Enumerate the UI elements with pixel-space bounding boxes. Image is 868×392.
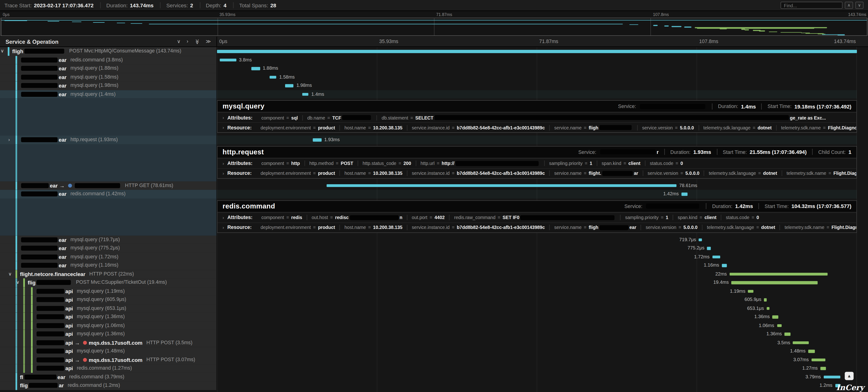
span-row[interactable]: earmysql.query (1.72ms)1.72ms bbox=[0, 253, 868, 261]
span-row-timeline[interactable]: 775.2μs bbox=[217, 244, 868, 253]
chevron-right-icon[interactable]: › bbox=[222, 171, 224, 175]
find-next-button[interactable]: ∨ bbox=[855, 2, 864, 9]
span-row-timeline[interactable]: 1.36ms bbox=[217, 330, 868, 338]
span-bar[interactable] bbox=[730, 272, 828, 275]
span-bar[interactable] bbox=[217, 50, 857, 53]
span-row-timeline[interactable]: 1.72ms bbox=[217, 253, 868, 261]
span-row-timeline[interactable]: 1.48ms bbox=[217, 347, 868, 355]
span-bar[interactable] bbox=[772, 315, 779, 318]
span-row-label[interactable]: earmysql.query (1.98ms) bbox=[0, 81, 217, 90]
span-bar[interactable] bbox=[722, 264, 727, 267]
span-bar[interactable] bbox=[793, 341, 808, 344]
span-row-timeline[interactable]: 1.36ms bbox=[217, 313, 868, 321]
span-row-label[interactable]: apimysql.query (1.19ms) bbox=[0, 287, 217, 295]
span-row-timeline[interactable]: 1.58ms bbox=[217, 73, 868, 81]
span-bar[interactable] bbox=[682, 193, 688, 196]
span-row-timeline[interactable]: 1.42ms bbox=[217, 190, 868, 198]
span-row-label[interactable]: earredis.command (3.8ms) bbox=[0, 56, 217, 64]
minimap-graph[interactable] bbox=[0, 18, 867, 36]
span-row-label[interactable]: ear→HTTP GET (78.61ms) bbox=[0, 181, 217, 190]
collapse-one-icon[interactable]: ∨ bbox=[177, 39, 181, 44]
detail-section[interactable]: ›Resource:deployment.environment=product… bbox=[218, 122, 857, 132]
span-row-label[interactable]: ∨fligPOST Mvc:CSupplier/TicketOut (19.4m… bbox=[0, 279, 217, 287]
span-row-label[interactable]: apiredis.command (1.27ms) bbox=[0, 364, 217, 372]
span-row[interactable]: api→mqs.dss.17usoft.comHTTP POST (3.07ms… bbox=[0, 356, 868, 364]
span-row[interactable]: earredis.command (3.8ms)3.8ms bbox=[0, 56, 868, 64]
span-row[interactable]: earredis.command (1.42ms)1.42ms bbox=[0, 190, 868, 198]
span-row-timeline[interactable]: 1.2ms bbox=[217, 381, 868, 390]
span-row-timeline[interactable]: 3.07ms bbox=[217, 356, 868, 364]
span-bar[interactable] bbox=[785, 332, 791, 335]
chevron-right-icon[interactable]: › bbox=[8, 135, 10, 144]
expand-one-icon[interactable]: › bbox=[187, 39, 188, 44]
chevron-right-icon[interactable]: › bbox=[222, 161, 224, 166]
span-bar[interactable] bbox=[707, 247, 711, 250]
span-bar[interactable] bbox=[327, 184, 677, 187]
span-bar[interactable] bbox=[748, 290, 753, 293]
span-row[interactable]: ∨flight.netcore.financeclearHTTP POST (2… bbox=[0, 270, 868, 278]
span-row[interactable]: ∨fligPOST Mvc:CSupplier/TicketOut (19.4m… bbox=[0, 279, 868, 287]
span-row-label[interactable]: ∨flighPOST Mvc:HttpMQ/ConsumeMessage (14… bbox=[0, 47, 217, 56]
span-bar[interactable] bbox=[808, 350, 815, 353]
chevron-down-icon[interactable]: ∨ bbox=[0, 47, 4, 56]
collapse-all-icon[interactable]: ≫ bbox=[194, 39, 199, 44]
span-bar[interactable] bbox=[820, 367, 826, 370]
span-row-label[interactable]: earmysql.query (719.7μs) bbox=[0, 235, 217, 244]
span-row[interactable]: apimysql.query (1.36ms)1.36ms bbox=[0, 330, 868, 338]
detail-section[interactable]: ›Resource:deployment.environment=product… bbox=[218, 222, 857, 232]
span-row-label[interactable]: earmysql.query (775.2μs) bbox=[0, 244, 217, 253]
span-row[interactable]: earmysql.query (1.88ms)1.88ms bbox=[0, 64, 868, 73]
span-row-label[interactable]: earmysql.query (1.58ms) bbox=[0, 73, 217, 81]
span-bar[interactable] bbox=[824, 375, 841, 378]
span-row-label[interactable]: earmysql.query (1.72ms) bbox=[0, 253, 217, 261]
span-row-label[interactable]: earmysql.query (1.88ms) bbox=[0, 64, 217, 73]
span-row[interactable]: api→mqs.dss.17usoft.comHTTP POST (3.5ms)… bbox=[0, 338, 868, 347]
span-row-timeline[interactable]: 22ms bbox=[217, 270, 868, 278]
span-row-label[interactable]: api→mqs.dss.17usoft.comHTTP POST (3.5ms) bbox=[0, 338, 217, 347]
span-row-label[interactable]: apimysql.query (1.36ms) bbox=[0, 330, 217, 338]
chevron-right-icon[interactable]: › bbox=[222, 225, 224, 230]
span-row-label[interactable]: earmysql.query (1.4ms) bbox=[0, 90, 217, 98]
span-row-timeline[interactable]: 605.9μs bbox=[217, 296, 868, 304]
span-row-timeline[interactable]: 1.98ms bbox=[217, 81, 868, 90]
span-bar[interactable] bbox=[252, 67, 260, 70]
span-row[interactable]: earmysql.query (1.58ms)1.58ms bbox=[0, 73, 868, 81]
span-row-label[interactable]: fligarredis.command (1.2ms) bbox=[0, 381, 217, 390]
span-row-label[interactable]: apimysql.query (653.1μs) bbox=[0, 304, 217, 313]
chevron-right-icon[interactable]: › bbox=[222, 215, 224, 220]
span-bar[interactable] bbox=[811, 358, 825, 361]
span-row-timeline[interactable]: 653.1μs bbox=[217, 304, 868, 313]
span-row-timeline[interactable] bbox=[217, 47, 868, 56]
span-row-timeline[interactable]: 1.06ms bbox=[217, 321, 868, 330]
span-row-timeline[interactable]: 719.7μs bbox=[217, 235, 868, 244]
detail-section[interactable]: ›Attributes:component=httphttp.method=PO… bbox=[218, 158, 857, 168]
span-row-timeline[interactable]: 1.16ms bbox=[217, 261, 868, 270]
span-bar[interactable] bbox=[285, 84, 293, 87]
span-bar[interactable] bbox=[777, 324, 782, 327]
span-row-timeline[interactable]: 1.88ms bbox=[217, 64, 868, 73]
span-row-timeline[interactable]: 1.4ms bbox=[217, 90, 868, 98]
span-row[interactable]: apimysql.query (1.19ms)1.19ms bbox=[0, 287, 868, 295]
span-row[interactable]: earmysql.query (1.16ms)1.16ms bbox=[0, 261, 868, 270]
span-row[interactable]: ∨flighPOST Mvc:HttpMQ/ConsumeMessage (14… bbox=[0, 47, 868, 56]
span-bar[interactable] bbox=[712, 255, 720, 258]
span-row[interactable]: ear→HTTP GET (78.61ms)78.61ms bbox=[0, 181, 868, 190]
span-row[interactable]: apimysql.query (605.9μs)605.9μs bbox=[0, 296, 868, 304]
span-row[interactable]: apiredis.command (1.27ms)1.27ms bbox=[0, 364, 868, 372]
span-row[interactable]: earmysql.query (719.7μs)719.7μs bbox=[0, 235, 868, 244]
span-row-label[interactable]: earmysql.query (1.16ms) bbox=[0, 261, 217, 270]
expand-all-icon[interactable]: ≫ bbox=[206, 39, 211, 44]
span-bar[interactable] bbox=[270, 75, 277, 78]
span-row-label[interactable]: ›earhttp.request (1.93ms) bbox=[0, 135, 217, 144]
span-bar[interactable] bbox=[220, 58, 236, 61]
span-row[interactable]: fligarredis.command (1.2ms)1.2ms bbox=[0, 381, 868, 390]
detail-section[interactable]: ›Attributes:component=redisout.host=redi… bbox=[218, 212, 857, 222]
span-row-timeline[interactable]: 19.4ms bbox=[217, 279, 868, 287]
span-row-timeline[interactable]: 1.19ms bbox=[217, 287, 868, 295]
trace-minimap[interactable]: 0μs35.93ms71.87ms107.8ms143.74ms bbox=[0, 11, 868, 36]
span-bar[interactable] bbox=[699, 238, 702, 241]
span-row[interactable]: apimysql.query (1.06ms)1.06ms bbox=[0, 321, 868, 330]
span-row-timeline[interactable]: 3.79ms bbox=[217, 373, 868, 381]
span-bar[interactable] bbox=[764, 298, 767, 301]
span-row[interactable]: earmysql.query (775.2μs)775.2μs bbox=[0, 244, 868, 253]
